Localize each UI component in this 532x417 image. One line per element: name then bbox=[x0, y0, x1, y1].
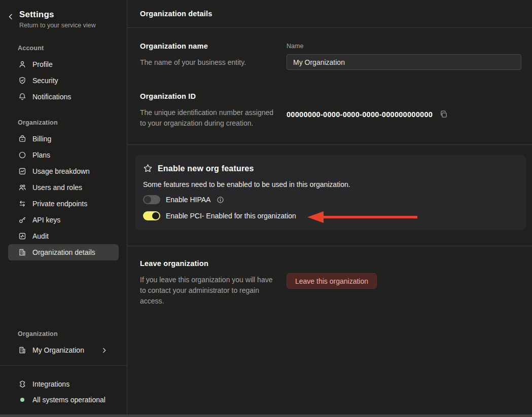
user-icon bbox=[18, 60, 26, 69]
org-features-card: Enable new org features Some features ne… bbox=[135, 155, 526, 230]
bell-icon bbox=[18, 93, 26, 101]
star-icon bbox=[143, 164, 153, 173]
sidebar-item-label: Notifications bbox=[32, 93, 71, 101]
page-header: Organization details bbox=[127, 0, 532, 28]
audit-icon bbox=[18, 232, 26, 241]
sidebar-item-label: Security bbox=[32, 77, 58, 85]
main-panel: Organization details Organization name T… bbox=[127, 0, 532, 414]
org-switcher[interactable]: My Organization bbox=[8, 342, 119, 358]
info-icon bbox=[217, 196, 224, 204]
back-button[interactable] bbox=[6, 11, 16, 22]
hipaa-toggle-label: Enable HIPAA bbox=[166, 196, 210, 204]
features-heading: Enable new org features bbox=[158, 164, 254, 173]
org-name-heading: Organization name bbox=[140, 42, 274, 50]
sidebar-item-label: Billing bbox=[32, 135, 51, 143]
sidebar-item-api-keys[interactable]: API keys bbox=[8, 212, 119, 228]
features-description: Some features need to be enabled to be u… bbox=[143, 180, 518, 188]
pci-toggle[interactable] bbox=[143, 211, 160, 220]
sidebar-footer: Integrations All systems operational bbox=[0, 366, 127, 414]
org-name-description: The name of your business entity. bbox=[140, 57, 274, 68]
copy-icon bbox=[440, 110, 448, 119]
sidebar-item-billing[interactable]: Billing bbox=[8, 131, 119, 147]
sidebar-header: Settings Return to your service view bbox=[0, 0, 127, 29]
sidebar-item-plans[interactable]: Plans bbox=[8, 147, 119, 163]
app-window: Settings Return to your service view Acc… bbox=[0, 0, 532, 414]
hipaa-info-button[interactable] bbox=[217, 196, 224, 204]
sidebar-subtitle: Return to your service view bbox=[19, 22, 96, 29]
users-icon bbox=[18, 183, 26, 192]
hipaa-toggle[interactable] bbox=[143, 195, 160, 204]
org-switcher-section: Organization My Organization bbox=[0, 316, 127, 365]
leave-org-section: Leave organization If you leave this org… bbox=[127, 259, 532, 307]
sidebar-item-notifications[interactable]: Notifications bbox=[8, 89, 119, 105]
leave-heading: Leave organization bbox=[140, 259, 274, 268]
copy-button[interactable] bbox=[440, 110, 448, 119]
sidebar-item-label: API keys bbox=[32, 216, 60, 224]
sidebar-item-organization-details[interactable]: Organization details bbox=[8, 244, 119, 260]
sidebar-item-label: Private endpoints bbox=[32, 200, 87, 208]
sidebar-item-label: Plans bbox=[32, 151, 50, 159]
swap-arrows-icon bbox=[18, 200, 26, 208]
section-divider bbox=[127, 246, 532, 246]
hipaa-toggle-row: Enable HIPAA bbox=[143, 195, 518, 205]
section-label-organization: Organization bbox=[18, 119, 119, 126]
section-divider bbox=[127, 144, 532, 145]
name-field-label: Name bbox=[287, 42, 521, 50]
sidebar-item-profile[interactable]: Profile bbox=[8, 56, 119, 72]
org-id-value: 00000000-0000-0000-0000-000000000000 bbox=[287, 110, 433, 119]
system-status-label: All systems operational bbox=[32, 396, 105, 404]
page-content: Organization name The name of your busin… bbox=[127, 28, 532, 414]
org-name-input[interactable] bbox=[287, 54, 521, 70]
sidebar-title: Settings bbox=[19, 10, 96, 20]
sidebar-item-usage-breakdown[interactable]: Usage breakdown bbox=[8, 163, 119, 179]
sidebar-item-users-and-roles[interactable]: Users and roles bbox=[8, 179, 119, 196]
pci-toggle-label: Enable PCI- Enabled for this organizatio… bbox=[166, 212, 296, 220]
shield-check-icon bbox=[18, 77, 26, 85]
sidebar-item-label: Users and roles bbox=[32, 183, 82, 192]
window-bottom-edge bbox=[0, 414, 532, 417]
sidebar-item-label: Organization details bbox=[32, 248, 95, 256]
chart-icon bbox=[18, 167, 26, 176]
sidebar-item-security[interactable]: Security bbox=[8, 72, 119, 89]
puzzle-icon bbox=[18, 380, 26, 388]
org-switcher-label: Organization bbox=[18, 330, 119, 337]
settings-sidebar: Settings Return to your service view Acc… bbox=[0, 0, 127, 414]
status-dot-icon bbox=[18, 395, 26, 404]
leave-organization-button[interactable]: Leave this organization bbox=[287, 273, 377, 289]
sidebar-item-label: Usage breakdown bbox=[32, 167, 90, 175]
org-name-section: Organization name The name of your busin… bbox=[127, 42, 532, 70]
leave-description: If you leave this organization you will … bbox=[140, 275, 274, 307]
circle-icon bbox=[18, 151, 26, 160]
sidebar-item-label: Audit bbox=[32, 232, 49, 240]
org-id-description: The unique identification number assigne… bbox=[140, 107, 274, 129]
building-icon bbox=[18, 248, 26, 257]
org-id-heading: Organization ID bbox=[140, 92, 274, 100]
page-title: Organization details bbox=[140, 10, 212, 18]
system-status[interactable]: All systems operational bbox=[8, 392, 119, 407]
sidebar-item-audit[interactable]: Audit bbox=[8, 228, 119, 244]
key-icon bbox=[18, 216, 26, 224]
chevron-left-icon bbox=[8, 14, 14, 20]
chevron-right-icon bbox=[101, 348, 107, 353]
integrations-label: Integrations bbox=[32, 380, 69, 388]
pci-toggle-row: Enable PCI- Enabled for this organizatio… bbox=[143, 211, 518, 221]
org-switcher-value: My Organization bbox=[32, 346, 84, 354]
sidebar-item-label: Profile bbox=[32, 60, 53, 68]
building-icon bbox=[18, 346, 26, 355]
integrations-link[interactable]: Integrations bbox=[8, 376, 119, 392]
wallet-icon bbox=[18, 135, 26, 143]
sidebar-item-private-endpoints[interactable]: Private endpoints bbox=[8, 196, 119, 212]
section-label-account: Account bbox=[18, 45, 119, 52]
org-id-section: Organization ID The unique identificatio… bbox=[127, 92, 532, 129]
